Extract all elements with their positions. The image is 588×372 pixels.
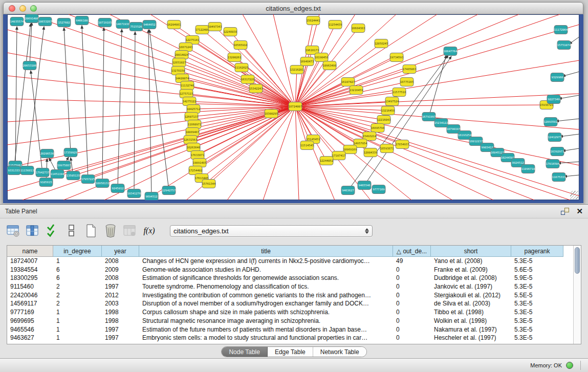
- graph-node[interactable]: 16263646: [187, 143, 201, 152]
- graph-node[interactable]: 19975887: [57, 161, 71, 170]
- column-header[interactable]: short: [431, 246, 511, 257]
- graph-node[interactable]: 12851027: [172, 58, 186, 67]
- graph-node[interactable]: 20014024: [175, 51, 189, 59]
- table-row[interactable]: 977716911998Corpus callosum shape and si…: [7, 308, 573, 317]
- function-fx-icon[interactable]: f(x): [142, 224, 156, 238]
- graph-node[interactable]: 13278150: [171, 67, 185, 75]
- graph-node[interactable]: 9331333: [7, 166, 20, 175]
- table-column-icon[interactable]: [26, 224, 39, 238]
- graph-node[interactable]: 12216043: [377, 116, 391, 124]
- column-header[interactable]: name: [7, 246, 53, 257]
- graph-node[interactable]: 10719185: [98, 18, 112, 27]
- graph-node[interactable]: 17942737: [36, 168, 50, 177]
- graph-node[interactable]: 18300295: [265, 110, 278, 118]
- graph-node[interactable]: 17957225: [81, 175, 95, 184]
- graph-node[interactable]: 9777169: [372, 185, 385, 194]
- graph-node[interactable]: 16107427: [341, 78, 355, 86]
- graph-node[interactable]: 9329966: [551, 73, 564, 82]
- graph-node[interactable]: 13497524: [385, 97, 399, 106]
- select-all-checks-icon[interactable]: [45, 224, 59, 238]
- graph-node[interactable]: 12631563: [184, 136, 198, 144]
- window-titlebar[interactable]: citations_edges.txt: [3, 2, 583, 14]
- graph-node[interactable]: 15824441: [307, 16, 320, 25]
- graph-node[interactable]: 11172064: [554, 26, 568, 34]
- graph-node[interactable]: 16684383: [352, 24, 365, 33]
- graph-node[interactable]: 14035574: [10, 17, 24, 26]
- graph-node[interactable]: 13216458: [381, 106, 395, 115]
- graph-node[interactable]: 9694512: [145, 192, 158, 201]
- graph-node[interactable]: 19734593: [390, 53, 404, 62]
- graph-node[interactable]: 12093582: [544, 118, 558, 126]
- tab-edge-table[interactable]: Edge Table: [268, 347, 313, 357]
- graph-node[interactable]: 7515526: [129, 23, 143, 31]
- graph-node[interactable]: 10958131: [96, 179, 110, 188]
- column-header[interactable]: △ out_de...: [393, 246, 431, 257]
- graph-node[interactable]: 15751074: [557, 41, 571, 50]
- float-window-icon[interactable]: [561, 208, 569, 215]
- graph-node[interactable]: 11162625: [235, 63, 249, 72]
- new-document-icon[interactable]: [84, 224, 98, 238]
- memory-ok-indicator-icon[interactable]: [566, 362, 573, 369]
- column-header[interactable]: in_degree: [53, 246, 102, 257]
- delete-trash-icon[interactable]: [103, 224, 117, 238]
- zoom-button[interactable]: [30, 5, 37, 12]
- graph-node[interactable]: 16565910: [234, 41, 248, 50]
- graph-node[interactable]: 11254439: [329, 20, 342, 29]
- graph-node[interactable]: 9463627: [341, 186, 355, 195]
- graph-node[interactable]: 13216459: [350, 86, 363, 95]
- graph-node[interactable]: 18775165: [400, 78, 414, 86]
- graph-node[interactable]: 9105615: [39, 178, 53, 187]
- graph-node[interactable]: 11132746: [181, 81, 194, 90]
- table-row[interactable]: 946554611997Estimation of the future num…: [7, 325, 573, 334]
- graph-node[interactable]: 15761344: [202, 180, 216, 188]
- table-row[interactable]: 1938455462009Genome-wide association stu…: [7, 266, 573, 274]
- graph-node[interactable]: 20206536: [40, 149, 54, 158]
- table-row[interactable]: 946362711997Embryonic stem cells: a mode…: [7, 334, 573, 342]
- graph-node[interactable]: 10497343: [208, 23, 222, 31]
- graph-node[interactable]: 12412977: [548, 133, 562, 142]
- graph-node[interactable]: 6466100: [75, 16, 89, 25]
- graph-node[interactable]: 16204981: [167, 20, 181, 29]
- table-row[interactable]: 1456911722003Disruption of a novel membe…: [7, 299, 573, 308]
- graph-node[interactable]: 9227349: [547, 95, 560, 104]
- graph-node[interactable]: 12004339: [364, 148, 378, 157]
- graph-node[interactable]: 16317228: [241, 75, 255, 84]
- graph-node[interactable]: 17016504: [546, 160, 560, 168]
- graph-node[interactable]: 16791997: [422, 113, 436, 121]
- table-row[interactable]: 1872400712008Changes of HCN gene express…: [7, 257, 573, 266]
- network-canvas[interactable]: 1620498117122400104973431227514118871243…: [7, 14, 579, 200]
- graph-node[interactable]: 12607137: [185, 113, 199, 121]
- scrollbar-thumb[interactable]: [575, 247, 580, 274]
- table-row[interactable]: 2242004622012Investigating the contribut…: [7, 291, 573, 300]
- graph-node[interactable]: 11451194: [51, 170, 64, 179]
- close-panel-icon[interactable]: ✕: [576, 208, 583, 215]
- graph-node[interactable]: 20691406: [25, 14, 39, 23]
- graph-node[interactable]: 17854937: [396, 140, 409, 149]
- graph-node[interactable]: 11577518: [393, 88, 406, 97]
- table-row[interactable]: 969969511998Structural magnetic resonanc…: [7, 317, 573, 325]
- graph-node[interactable]: 13505135: [67, 171, 80, 180]
- graph-node[interactable]: 16392971: [551, 147, 564, 156]
- clear-selection-icon[interactable]: [64, 224, 78, 238]
- table-row[interactable]: 911546021997Tourette syndrome. Phenomeno…: [7, 282, 573, 291]
- graph-node[interactable]: 12058245: [375, 39, 388, 48]
- graph-node[interactable]: 14671938: [116, 20, 130, 29]
- graph-node[interactable]: 10089487: [186, 128, 200, 137]
- graph-node[interactable]: 18593871: [380, 144, 394, 153]
- graph-node[interactable]: 13200261: [228, 53, 242, 62]
- graph-node[interactable]: 9464652: [143, 20, 156, 29]
- graph-node[interactable]: 20653106: [23, 61, 37, 70]
- graph-node[interactable]: 14275122: [183, 97, 197, 106]
- vertical-scrollbar[interactable]: [573, 246, 581, 344]
- graph-node[interactable]: 9465546: [358, 181, 371, 190]
- graph-node[interactable]: 11514545: [300, 141, 314, 150]
- graph-node[interactable]: 18190458: [315, 53, 329, 62]
- graph-node[interactable]: 11860971: [188, 120, 202, 129]
- graph-node[interactable]: 10425712: [187, 105, 201, 114]
- resize-grip[interactable]: [570, 191, 578, 199]
- graph-node[interactable]: 16948473: [300, 57, 314, 66]
- graph-hub-node[interactable]: 18724007: [289, 102, 302, 111]
- graph-node[interactable]: 17122400: [195, 26, 209, 34]
- graph-node[interactable]: 9245012: [111, 184, 124, 193]
- table-settings-icon[interactable]: [6, 224, 20, 238]
